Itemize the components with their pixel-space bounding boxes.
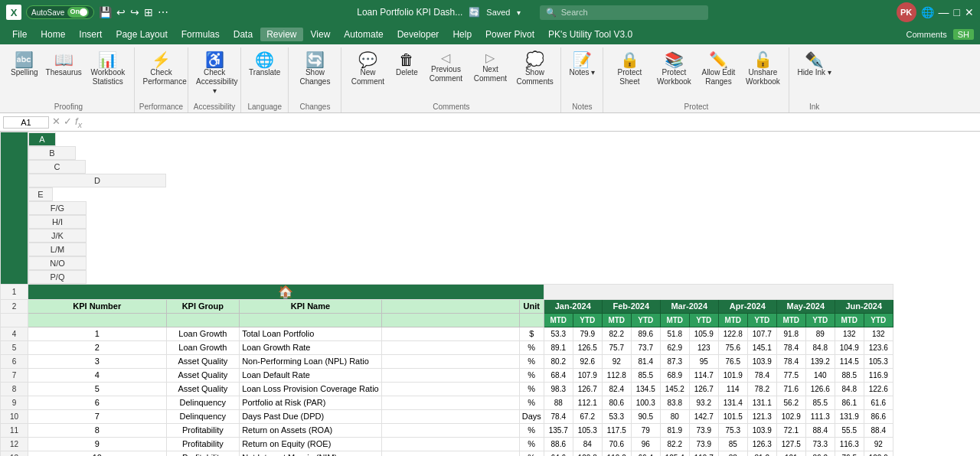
menu-developer[interactable]: Developer <box>391 28 446 41</box>
formula-cancel-icon[interactable]: ✕ <box>52 116 60 129</box>
unshare-workbook-button[interactable]: 🔓 Unshare Workbook <box>741 50 784 88</box>
maximize-icon[interactable]: □ <box>954 6 960 18</box>
row-num-4[interactable]: 4 <box>1 327 28 340</box>
row-num-sub[interactable] <box>1 313 28 327</box>
col-header-a[interactable]: A <box>28 132 56 146</box>
cell-a1[interactable]: 🏠 <box>28 284 544 299</box>
ribbon: 🔤 Spelling 📖 Thesaurus 📊 Workbook Statis… <box>0 44 980 113</box>
notes-button[interactable]: 📝 Notes ▾ <box>566 50 598 79</box>
formula-input[interactable] <box>85 118 977 127</box>
table-row: 118ProfitabilityReturn on Assets (ROA)%1… <box>1 423 893 437</box>
accessibility-items: ♿ Check Accessibility ▾ <box>193 47 236 101</box>
sh-empty3 <box>240 313 382 327</box>
row-num-5[interactable]: 5 <box>1 340 28 354</box>
sh-feb-ytd: YTD <box>631 313 660 327</box>
menu-page-layout[interactable]: Page Layout <box>109 28 173 41</box>
check-performance-button[interactable]: ⚡ Check Performance <box>139 50 182 88</box>
language-label: Language <box>248 103 283 112</box>
proofing-items: 🔤 Spelling 📖 Thesaurus 📊 Workbook Statis… <box>8 47 129 101</box>
show-changes-button[interactable]: 🔄 Show Changes <box>293 50 336 88</box>
redo-icon[interactable]: ↪ <box>130 6 139 18</box>
check-accessibility-button[interactable]: ♿ Check Accessibility ▾ <box>193 50 236 97</box>
row-num-8[interactable]: 8 <box>1 382 28 396</box>
menu-help[interactable]: Help <box>446 28 478 41</box>
col-header-d[interactable]: D <box>28 174 166 187</box>
protect-sheet-button[interactable]: 🔒 Protect Sheet <box>608 50 651 88</box>
allow-edit-ranges-button[interactable]: ✏️ Allow Edit Ranges <box>697 50 740 88</box>
proofing-label: Proofing <box>54 103 83 112</box>
share-button[interactable]: SH <box>953 29 974 40</box>
autosave-saved-icon: 🔄 <box>469 7 480 18</box>
col-header-c[interactable]: C <box>28 160 86 174</box>
row-num-13[interactable]: 13 <box>1 451 28 456</box>
translate-button[interactable]: 🌐 Translate <box>246 50 283 79</box>
menu-power-pivot[interactable]: Power Pivot <box>479 28 541 41</box>
col-header-l[interactable]: L/M <box>28 243 87 256</box>
row-num-2[interactable]: 2 <box>1 299 28 313</box>
thesaurus-button[interactable]: 📖 Thesaurus <box>43 50 85 79</box>
delete-comment-button[interactable]: 🗑 Delete <box>390 50 423 79</box>
ribbon-group-ink: ✒️ Hide Ink ▾ Ink <box>789 47 838 112</box>
show-changes-label: Show Changes <box>296 68 333 86</box>
grid-wrapper[interactable]: A B C D E F/G H/I J/K L/M N/O P/Q <box>0 132 980 456</box>
close-icon[interactable]: ✕ <box>965 6 974 18</box>
minimize-icon[interactable]: — <box>939 6 949 18</box>
prev-comment-icon: ◁ <box>441 52 450 64</box>
menu-view[interactable]: View <box>305 28 337 41</box>
prev-comment-button[interactable]: ◁ Previous Comment <box>424 50 467 85</box>
col-header-f[interactable]: F/G <box>28 201 87 215</box>
cell-reference-box[interactable]: A1 <box>3 116 49 129</box>
row-num-7[interactable]: 7 <box>1 368 28 382</box>
autosave-toggle[interactable]: On <box>67 7 89 18</box>
col-header-p[interactable]: P/Q <box>28 270 87 284</box>
protect-sheet-icon: 🔒 <box>620 52 639 67</box>
more-tools-icon[interactable]: ⋯ <box>158 6 168 18</box>
col-header-b[interactable]: B <box>28 146 76 160</box>
sh-empty1 <box>28 313 167 327</box>
next-comment-button[interactable]: ▷ Next Comment <box>469 50 511 85</box>
spelling-button[interactable]: 🔤 Spelling <box>8 50 41 79</box>
menu-formulas[interactable]: Formulas <box>175 28 226 41</box>
col-header-n[interactable]: N/O <box>28 256 87 270</box>
saved-dropdown-icon[interactable]: ▾ <box>517 8 521 17</box>
search-box[interactable]: 🔍 <box>540 5 708 20</box>
formula-confirm-icon[interactable]: ✓ <box>64 116 72 129</box>
row-num-10[interactable]: 10 <box>1 409 28 423</box>
menu-review[interactable]: Review <box>260 28 302 41</box>
row-num-6[interactable]: 6 <box>1 354 28 368</box>
thesaurus-icon: 📖 <box>54 52 74 67</box>
menu-automate[interactable]: Automate <box>338 28 389 41</box>
show-comments-button[interactable]: 💭 Show Comments <box>513 50 556 88</box>
protect-workbook-label: Protect Workbook <box>655 68 692 86</box>
search-input[interactable] <box>561 8 684 17</box>
col-header-h[interactable]: H/I <box>28 215 87 229</box>
comments-button[interactable]: Comments <box>906 30 947 39</box>
header-apr2024: Apr-2024 <box>718 299 776 313</box>
row-num-11[interactable]: 11 <box>1 423 28 437</box>
spreadsheet: A B C D E F/G H/I J/K L/M N/O P/Q <box>0 132 980 456</box>
ink-group-label: Ink <box>809 103 819 112</box>
hide-ink-button[interactable]: ✒️ Hide Ink ▾ <box>794 50 834 79</box>
statistics-button[interactable]: 📊 Workbook Statistics <box>87 50 129 88</box>
ribbon-group-comments: 💬 New Comment 🗑 Delete ◁ Previous Commen… <box>341 47 561 112</box>
new-comment-button[interactable]: 💬 New Comment <box>346 50 389 88</box>
menu-file[interactable]: File <box>6 28 33 41</box>
formula-function-icon[interactable]: fx <box>75 116 82 129</box>
sh-jan-ytd: YTD <box>573 313 602 327</box>
row-num-12[interactable]: 12 <box>1 437 28 451</box>
sh-mar-mtd: MTD <box>660 313 689 327</box>
undo-icon[interactable]: ↩ <box>116 6 126 18</box>
menu-insert[interactable]: Insert <box>73 28 108 41</box>
save-icon[interactable]: 💾 <box>99 6 112 18</box>
col-header-e[interactable]: E <box>28 187 53 201</box>
row-num-9[interactable]: 9 <box>1 396 28 409</box>
col-header-j[interactable]: J/K <box>28 229 87 243</box>
menu-pk-utility[interactable]: PK's Utility Tool V3.0 <box>542 28 639 41</box>
grid-icon[interactable]: ⊞ <box>144 6 153 18</box>
table-row: 85Asset QualityLoan Loss Provision Cover… <box>1 382 893 396</box>
menu-home[interactable]: Home <box>34 28 71 41</box>
sh-may-ytd: YTD <box>805 313 835 327</box>
row-num-1[interactable]: 1 <box>1 284 28 299</box>
protect-workbook-button[interactable]: 📚 Protect Workbook <box>652 50 695 88</box>
menu-data[interactable]: Data <box>227 28 259 41</box>
